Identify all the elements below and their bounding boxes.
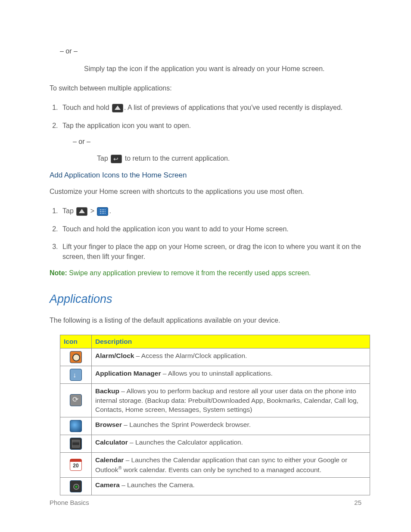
th-desc: Description [92,335,370,348]
tap-return-pre: Tap [97,155,110,162]
apps-icon [97,207,108,216]
browser-icon [70,420,82,432]
step2-text: Tap the application icon you want to ope… [62,122,191,129]
camera-name: Camera [95,481,120,488]
tap-return: Tap to return to the current application… [97,153,361,163]
camera-icon [70,480,82,492]
appmgr-desc: – Allows you to uninstall applications. [161,370,272,377]
switch-steps: Touch and hold . A list of previews of a… [50,103,361,163]
table-row-camera: Camera – Launches the Camera. [60,477,370,495]
add-step1-pre: Tap [62,207,75,215]
home-icon-2 [76,207,87,216]
calc-name: Calculator [95,439,128,446]
add-step1-post: . [109,207,111,215]
tap-return-post: to return to the current application. [123,155,230,162]
switch-heading: To switch between multiple applications: [50,83,361,93]
page: – or – Simply tap the icon if the applic… [0,0,411,532]
applications-lead: The following is a listing of the defaul… [50,315,361,325]
add-step-1: Tap > . [60,206,361,216]
cell-browser-desc: Browser – Launches the Sprint Powerdeck … [92,417,370,435]
step1-pre: Touch and hold [62,104,111,111]
calendar-icon [70,459,82,471]
note-label: Note: [50,269,67,277]
applications-title: Applications [50,292,361,306]
switch-step-1: Touch and hold . A list of previews of a… [60,103,361,112]
footer-left: Phone Basics [50,499,89,506]
or-divider-2: – or – [73,137,361,146]
calendar-desc-b: work calendar. Events can only be synche… [121,466,321,473]
note-body: Swipe any application preview to remove … [67,269,311,277]
backup-name: Backup [95,387,119,395]
add-icons-heading: Add Application Icons to the Home Screen [50,171,361,180]
switch-step-2: Tap the application icon you want to ope… [60,121,361,164]
table-row-appmgr: Application Manager – Allows you to unin… [60,366,370,383]
table-row-backup: Backup – Allows you to perform backup an… [60,383,370,417]
table-row-browser: Browser – Launches the Sprint Powerdeck … [60,417,370,435]
table-row-calc: Calculator – Launches the Calculator app… [60,435,370,453]
add-steps: Tap > . Touch and hold the application i… [50,206,361,261]
alarm-clock-icon [70,351,82,363]
cell-calc-desc: Calculator – Launches the Calculator app… [92,435,370,453]
cell-alarm-desc: Alarm/Clock – Access the Alarm/Clock app… [92,348,370,366]
calc-desc: – Launches the Calculator application. [128,439,243,446]
back-icon [111,155,122,163]
appmgr-name: Application Manager [95,370,161,377]
or-divider-1: – or – [60,47,361,55]
calculator-icon [70,438,82,450]
tap-icon-para: Simply tap the icon if the application y… [84,64,361,74]
camera-desc: – Launches the Camera. [120,481,195,488]
add-step-3: Lift your finger to place the app on you… [60,242,361,261]
browser-desc: – Launches the Sprint Powerdeck browser. [122,421,251,428]
alarm-name: Alarm/Clock [95,352,134,359]
note: Note: Swipe any application preview to r… [50,269,361,277]
home-icon [112,104,123,112]
table-row-calendar: Calendar – Launches the Calendar applica… [60,453,370,478]
th-icon: Icon [60,335,92,348]
footer-page-number: 25 [354,499,361,506]
backup-icon [70,394,82,406]
alarm-desc: – Access the Alarm/Clock application. [134,352,247,359]
apps-table: Icon Description Alarm/Clock – Access th… [60,335,370,495]
app-manager-icon [70,369,82,381]
calendar-name: Calendar [95,456,124,464]
add-icons-lead: Customize your Home screen with shortcut… [50,187,361,196]
cell-calendar-desc: Calendar – Launches the Calendar applica… [92,453,370,478]
add-step-2: Touch and hold the application icon you … [60,224,361,234]
backup-desc: – Allows you to perform backup and resto… [95,387,358,413]
browser-name: Browser [95,421,122,428]
table-header-row: Icon Description [60,335,370,348]
table-row-alarm: Alarm/Clock – Access the Alarm/Clock app… [60,348,370,366]
step1-post: . A list of previews of applications tha… [124,104,342,111]
footer: Phone Basics 25 [50,499,361,506]
add-step1-gt: > [88,207,96,215]
cell-appmgr-desc: Application Manager – Allows you to unin… [92,366,370,383]
cell-backup-desc: Backup – Allows you to perform backup an… [92,383,370,417]
cell-camera-desc: Camera – Launches the Camera. [92,477,370,495]
